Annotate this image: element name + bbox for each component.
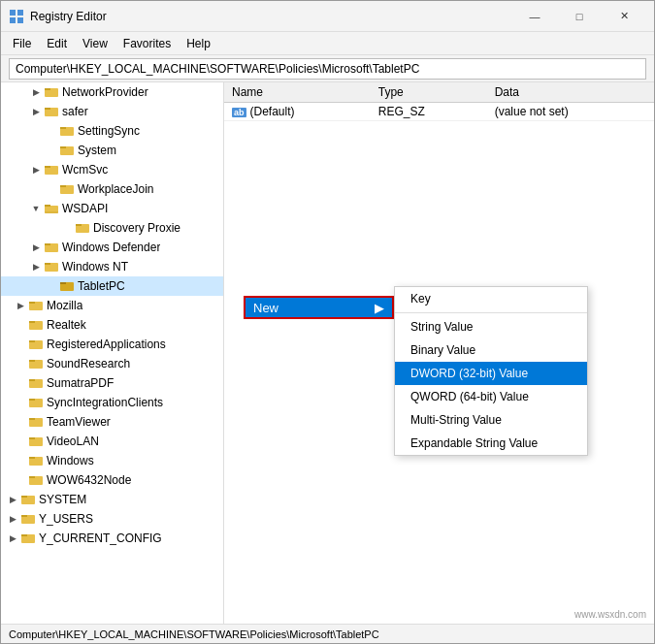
right-panel: Name Type Data ab(Default) REG_SZ (value… [224, 82, 654, 624]
tree-item-sumatrapdf[interactable]: SumatraPDF [1, 373, 223, 393]
tree-label: VideoLAN [47, 435, 99, 448]
menu-view[interactable]: View [75, 35, 115, 52]
expander-icon: ▶ [28, 162, 44, 177]
expander-spacer [44, 181, 59, 197]
tree-item-settingsync[interactable]: SettingSync [1, 121, 223, 141]
folder-icon [28, 375, 44, 391]
tree-label: NetworkProvider [62, 85, 148, 99]
tree-label: System [78, 144, 116, 157]
tree-item-teamviewer[interactable]: TeamViewer [1, 412, 223, 432]
tree-item-tabletpc[interactable]: TabletPC [1, 276, 223, 296]
tree-item-windows[interactable]: Windows [1, 451, 223, 470]
watermark: www.wsxdn.com [574, 609, 646, 620]
tree-item-videolan[interactable]: VideoLAN [1, 432, 223, 451]
table-row[interactable]: ab(Default) REG_SZ (value not set) [224, 103, 654, 121]
submenu-binary-value[interactable]: Binary Value [395, 338, 587, 362]
tree-panel[interactable]: ▶ NetworkProvider ▶ safer SettingSync [1, 82, 224, 624]
expander-spacer [13, 395, 28, 410]
tree-item-current-config[interactable]: ▶ Y_CURRENT_CONFIG [1, 529, 223, 548]
svg-rect-5 [45, 88, 50, 90]
window-controls: — □ ✕ [512, 1, 646, 32]
tree-label: WSDAPI [62, 202, 108, 215]
tree-item-workplacejoin[interactable]: WorkplaceJoin [1, 179, 223, 199]
tree-item-system-hkey[interactable]: ▶ SYSTEM [1, 490, 223, 509]
tree-item-discovery[interactable]: Discovery Proxie [1, 218, 223, 238]
col-type: Type [371, 82, 487, 103]
title-bar: Registry Editor — □ ✕ [1, 1, 654, 32]
new-label: New [253, 301, 278, 315]
folder-icon [28, 356, 44, 371]
svg-rect-36 [29, 379, 35, 381]
registry-table: Name Type Data ab(Default) REG_SZ (value… [224, 82, 654, 121]
folder-icon [44, 259, 59, 274]
folder-icon-open [44, 201, 59, 216]
menu-help[interactable]: Help [179, 35, 218, 52]
svg-rect-20 [76, 224, 82, 226]
tree-label: RegisteredApplications [47, 338, 166, 351]
svg-rect-32 [29, 340, 35, 342]
expander-icon: ▶ [5, 531, 20, 546]
tree-item-wcmsvc[interactable]: ▶ WcmSvc [1, 160, 223, 179]
cell-type: REG_SZ [371, 103, 487, 121]
tree-label: SumatraPDF [47, 376, 114, 390]
svg-rect-11 [60, 146, 66, 148]
expander-icon: ▶ [13, 298, 28, 313]
folder-icon [59, 143, 75, 158]
folder-icon [20, 531, 36, 546]
submenu-string-value[interactable]: String Value [395, 315, 587, 338]
svg-rect-52 [21, 534, 27, 536]
svg-rect-1 [17, 10, 23, 16]
expander-spacer [13, 453, 28, 468]
tree-item-soundresearch[interactable]: SoundResearch [1, 354, 223, 373]
tree-item-networkprovider[interactable]: ▶ NetworkProvider [1, 82, 223, 102]
tree-item-mozilla[interactable]: ▶ Mozilla [1, 296, 223, 315]
tree-label: Y_USERS [39, 512, 93, 526]
submenu-qword-value[interactable]: QWORD (64-bit) Value [395, 385, 587, 408]
svg-rect-44 [29, 457, 35, 459]
ab-icon: ab [232, 108, 246, 117]
close-button[interactable]: ✕ [602, 1, 646, 32]
submenu-key[interactable]: Key [395, 287, 587, 310]
tree-item-windows-nt[interactable]: ▶ Windows NT [1, 257, 223, 276]
menu-favorites[interactable]: Favorites [115, 35, 179, 52]
submenu-dword-value[interactable]: DWORD (32-bit) Value [395, 362, 587, 385]
maximize-button[interactable]: □ [557, 1, 602, 32]
menu-edit[interactable]: Edit [39, 35, 75, 52]
expander-spacer [44, 143, 59, 158]
tree-item-system[interactable]: System [1, 141, 223, 160]
minimize-button[interactable]: — [512, 1, 557, 32]
svg-rect-0 [10, 10, 16, 16]
menu-file[interactable]: File [5, 35, 39, 52]
new-context-menu-item[interactable]: New ▶ [244, 296, 394, 319]
expander-spacer [13, 434, 28, 449]
tree-label: TabletPC [78, 279, 125, 293]
tree-item-users-hkey[interactable]: ▶ Y_USERS [1, 509, 223, 529]
tree-item-wow6432[interactable]: WOW6432Node [1, 470, 223, 490]
address-input[interactable] [9, 58, 646, 80]
submenu-multistring-value[interactable]: Multi-String Value [395, 408, 587, 432]
expander-icon: ▶ [28, 240, 44, 255]
tree-item-regapps[interactable]: RegisteredApplications [1, 335, 223, 354]
new-arrow-icon: ▶ [375, 301, 384, 315]
folder-icon [59, 181, 75, 197]
expander-icon: ▶ [28, 259, 44, 274]
svg-rect-46 [29, 476, 35, 478]
tree-item-syncintegration[interactable]: SyncIntegrationClients [1, 393, 223, 412]
tree-label: Discovery Proxie [93, 221, 180, 235]
context-menu-overlay: New ▶ Key String Value Binary Value DWOR… [224, 82, 654, 624]
tree-label: WcmSvc [62, 163, 108, 177]
tree-label: Windows [47, 454, 94, 467]
tree-item-windows-defender[interactable]: ▶ Windows Defender [1, 238, 223, 257]
tree-item-wsdapi[interactable]: ▼ WSDAPI [1, 199, 223, 218]
expander-spacer [13, 414, 28, 430]
tree-item-safer[interactable]: ▶ safer [1, 102, 223, 121]
folder-icon [75, 220, 90, 236]
tree-item-realtek[interactable]: Realtek [1, 315, 223, 335]
expander-icon: ▶ [5, 492, 20, 507]
expander-spacer [13, 472, 28, 488]
expander-spacer [44, 123, 59, 139]
folder-icon [20, 492, 36, 507]
expander-spacer [13, 356, 28, 371]
submenu-expandable-value[interactable]: Expandable String Value [395, 432, 587, 455]
folder-icon [44, 84, 59, 100]
